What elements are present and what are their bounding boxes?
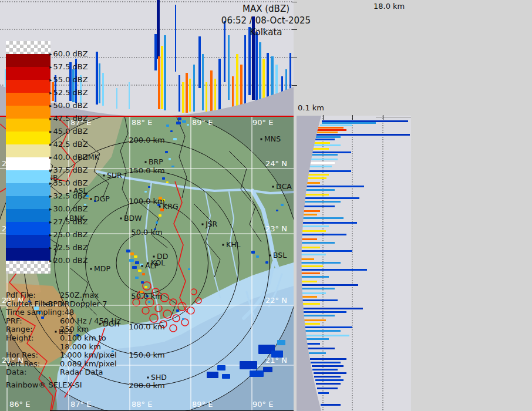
metadata-row: PRF:600 Hz / 450 Hz — [6, 317, 121, 326]
echo-bar — [305, 330, 341, 332]
dbz-color-swatch — [6, 157, 50, 170]
longitude-label: 89° E — [192, 400, 213, 409]
echo-bar — [102, 73, 104, 106]
city-label: KHL — [226, 240, 241, 249]
dbz-label: ▸55.0 dBZ — [49, 75, 88, 84]
metadata-value: 48 — [65, 308, 75, 317]
longitude-label: 89° E — [192, 118, 213, 127]
echo-cell — [141, 281, 144, 284]
arrow-icon: ▸ — [49, 142, 52, 147]
city-marker — [120, 218, 122, 220]
range-ring-label: 150.0 km — [129, 351, 165, 359]
echo-bar — [301, 225, 329, 227]
dbz-color-swatch — [6, 144, 50, 157]
echo-bar — [72, 69, 75, 102]
echo-cell — [148, 301, 150, 303]
echo-bar — [322, 120, 408, 122]
city-label: BSL — [273, 251, 287, 260]
dbz-color-swatch — [6, 248, 50, 261]
echo-bar — [99, 63, 100, 103]
echo-bar — [317, 388, 338, 389]
echo-bar — [316, 134, 410, 136]
echo-bar — [316, 383, 341, 385]
echo-bar — [301, 230, 326, 232]
dbz-color-swatch — [6, 261, 50, 274]
metadata-label — [6, 343, 60, 352]
echo-cell — [165, 151, 168, 153]
arrow-icon: ▸ — [49, 167, 52, 173]
radar-display: 86° E86° E87° E87° E88° E88° E89° E89° E… — [0, 0, 532, 411]
right-profile-plot — [297, 116, 411, 411]
longitude-label: 87° E — [70, 400, 91, 409]
echo-cell — [222, 374, 230, 379]
echo-bar — [316, 136, 341, 138]
echo-bar — [308, 174, 329, 176]
echo-cell — [263, 367, 272, 372]
metadata-label: PRF: — [6, 317, 60, 326]
arrow-icon: ▸ — [49, 51, 52, 57]
echo-bar — [317, 129, 346, 131]
range-ring-label: 50.0 km — [131, 228, 162, 237]
arrow-icon: ▸ — [49, 64, 52, 70]
metadata-label: Hor Res: — [6, 351, 60, 360]
metadata-row: Time sampling:48 — [6, 308, 121, 317]
metadata-label: Time sampling: — [6, 308, 65, 317]
echo-bar — [307, 182, 320, 184]
echo-bar — [306, 338, 329, 340]
height-axis-tick — [292, 2, 297, 2]
metadata-row: 18.000 km — [6, 343, 121, 352]
echo-bar — [312, 369, 338, 370]
echo-bar — [210, 70, 213, 114]
metadata-row: Hor Res:1.000 km/pixel — [6, 351, 121, 360]
echo-bar — [206, 82, 207, 113]
dbz-label: ▸40.0 dBZ — [49, 153, 88, 161]
dbz-colorbar — [6, 41, 50, 274]
longitude-label: 88° E — [132, 118, 152, 127]
dbz-label: ▸50.0 dBZ — [49, 101, 88, 110]
city-label: SUR — [107, 171, 122, 180]
echo-bar — [202, 54, 204, 110]
dbz-label: ▸37.5 dBZ — [49, 166, 88, 174]
echo-bar — [302, 214, 317, 215]
echo-bar — [182, 82, 184, 113]
echo-bar — [314, 376, 341, 378]
metadata-row: Data:Radar Data — [6, 368, 121, 377]
echo-bar — [164, 35, 166, 110]
range-ring-label: 50.0 km — [131, 292, 162, 301]
dbz-label: ▸25.0 dBZ — [49, 230, 88, 239]
dbz-color-swatch — [6, 119, 50, 132]
echo-cell — [134, 255, 137, 258]
echo-cell — [144, 286, 147, 288]
echo-cell — [171, 166, 174, 167]
echo-bar — [299, 254, 326, 255]
city-label: BDW — [124, 214, 142, 223]
city-marker — [270, 255, 271, 257]
metadata-row: Height:0.100 km to — [6, 334, 121, 343]
echo-bar — [302, 210, 320, 212]
echo-cell — [176, 309, 179, 312]
arrow-icon: ▸ — [49, 206, 52, 212]
echo-bar — [314, 372, 346, 374]
echo-bar — [322, 122, 376, 124]
echo-bar — [312, 365, 344, 367]
echo-cell — [187, 124, 189, 126]
echo-bar — [300, 292, 326, 294]
echo-bar — [308, 170, 351, 172]
echo-cell — [162, 177, 165, 180]
echo-cell — [166, 124, 169, 127]
echo-bar — [315, 139, 335, 140]
echo-bar — [299, 265, 323, 267]
echo-bar — [303, 319, 326, 321]
echo-bar — [318, 392, 329, 394]
arrow-icon: ▸ — [49, 219, 52, 225]
echo-bar — [301, 303, 320, 305]
echo-cell — [148, 186, 150, 188]
echo-cell — [129, 259, 134, 262]
height-axis-tick — [292, 58, 297, 58]
echo-cell — [135, 277, 139, 279]
echo-bar — [302, 217, 344, 219]
echo-bar — [300, 242, 335, 244]
echo-cell — [169, 158, 171, 160]
echo-bar — [309, 162, 335, 164]
city-label: JSR — [205, 220, 218, 228]
